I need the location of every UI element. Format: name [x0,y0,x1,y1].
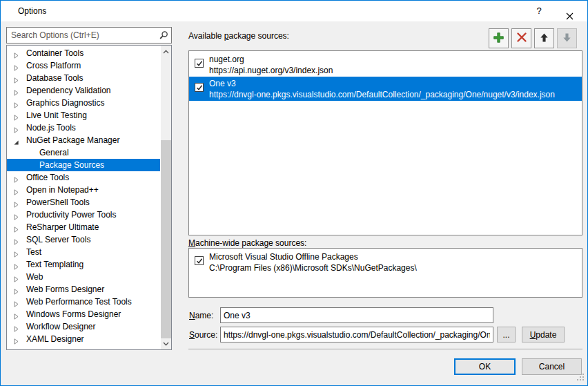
machine-sources-label: Machine-wide package sources: [188,238,306,248]
tree-collapsed-icon[interactable] [13,211,20,218]
tree-item-powershell-tools[interactable]: PowerShell Tools [7,196,160,209]
tree-item-label: NuGet Package Manager [26,135,119,145]
tree-item-label: Container Tools [26,48,84,58]
tree-item-general[interactable]: General [7,146,160,159]
tree-item-label: Node.js Tools [26,123,76,133]
checkbox-checked-icon[interactable] [195,256,204,265]
tree-collapsed-icon[interactable] [13,199,20,206]
cancel-button[interactable]: Cancel [522,358,582,375]
machine-sources-list: Microsoft Visual Studio Offline Packages… [188,248,582,298]
available-sources-list: nuget.orghttps://api.nuget.org/v3/index.… [188,50,582,235]
tree-collapsed-icon[interactable] [13,62,20,69]
name-input[interactable] [220,307,493,323]
tree-item-label: Package Sources [39,160,104,170]
tree-item-database-tools[interactable]: Database Tools [7,72,160,84]
ok-button[interactable]: OK [454,358,516,375]
source-input[interactable] [220,327,493,342]
tree-item-resharper-ultimate[interactable]: ReSharper Ultimate [7,221,160,233]
package-source-row-microsoft-visual-studio-offline-packages[interactable]: Microsoft Visual Studio Offline Packages… [189,250,582,274]
tree-collapsed-icon[interactable] [13,224,20,231]
tree-item-web[interactable]: Web [7,271,160,283]
tree-item-nuget-package-manager[interactable]: NuGet Package Manager [7,134,160,146]
tree-item-text-templating[interactable]: Text Templating [7,258,160,271]
tree-item-label: Database Tools [26,73,84,83]
resize-grip-icon[interactable] [576,373,585,383]
tree-scrollbar[interactable] [161,46,171,349]
tree-item-web-forms-designer[interactable]: Web Forms Designer [7,283,160,296]
tree-item-cross-platform[interactable]: Cross Platform [7,59,160,72]
tree-item-open-in-notepad[interactable]: Open in Notepad++ [7,184,160,196]
tree-collapsed-icon[interactable] [13,50,20,57]
tree-item-dependency-validation[interactable]: Dependency Validation [7,84,160,97]
checkbox-checked-icon[interactable] [195,59,204,68]
tree-collapsed-icon[interactable] [13,112,20,119]
tree-collapsed-icon[interactable] [13,336,20,342]
tree-item-label: Windows Forms Designer [26,309,121,319]
tree-collapsed-icon[interactable] [13,249,20,255]
move-down-button[interactable] [557,28,577,48]
package-source-text: nuget.orghttps://api.nuget.org/v3/index.… [209,54,579,76]
tree-collapsed-icon[interactable] [13,273,20,280]
add-plus-icon [493,32,504,46]
tree-item-label: Office Tools [26,173,69,182]
tree-item-workflow-designer[interactable]: Workflow Designer [7,320,160,333]
search-input[interactable] [6,27,172,44]
add-source-button[interactable] [489,28,509,48]
titlebar: Options ? [1,1,587,21]
package-source-row-one-v3[interactable]: One v3https://dnvgl-one.pkgs.visualstudi… [189,77,582,101]
tree-item-web-performance-test-tools[interactable]: Web Performance Test Tools [7,296,160,308]
tree-collapsed-icon[interactable] [13,236,20,243]
tree-item-label: Text Templating [26,260,84,269]
tree-item-productivity-power-tools[interactable]: Productivity Power Tools [7,209,160,221]
tree-expanded-icon[interactable] [13,137,20,144]
available-sources-label: Available package sources: [188,31,289,41]
tree-item-label: Dependency Validation [26,86,111,95]
tree-item-label: SQL Server Tools [26,235,90,244]
tree-item-office-tools[interactable]: Office Tools [7,171,160,184]
remove-source-button[interactable] [511,28,531,48]
tree-item-windows-forms-designer[interactable]: Windows Forms Designer [7,308,160,320]
tree-collapsed-icon[interactable] [13,186,20,193]
tree-item-label: Productivity Power Tools [26,210,117,220]
package-source-url: https://dnvgl-one.pkgs.visualstudio.com/… [209,89,579,100]
tree-item-label: XAML Designer [26,334,84,344]
tree-item-test[interactable]: Test [7,246,160,258]
tree-item-label: Graphics Diagnostics [26,98,104,108]
help-button[interactable]: ? [527,1,551,21]
tree-item-label: PowerShell Tools [26,197,90,207]
close-button[interactable] [557,1,582,21]
tree-item-package-sources[interactable]: Package Sources [7,159,160,171]
tree-item-xaml-designer[interactable]: XAML Designer [7,333,160,345]
move-down-icon [562,32,572,45]
tree-collapsed-icon[interactable] [13,124,20,131]
browse-button[interactable]: ... [497,327,516,342]
package-source-text: One v3https://dnvgl-one.pkgs.visualstudi… [209,78,579,100]
tree-item-live-unit-testing[interactable]: Live Unit Testing [7,109,160,122]
scrollbar-thumb[interactable] [161,140,171,338]
tree-collapsed-icon[interactable] [13,311,20,318]
move-up-button[interactable] [534,28,554,48]
search-icon[interactable] [159,30,168,42]
scroll-up-icon[interactable] [161,46,171,57]
tree-collapsed-icon[interactable] [13,99,20,106]
tree-collapsed-icon[interactable] [13,286,20,293]
tree-item-label: Workflow Designer [26,322,95,331]
tree-collapsed-icon[interactable] [13,87,20,94]
tree-item-label: Web [26,272,43,282]
tree-item-graphics-diagnostics[interactable]: Graphics Diagnostics [7,97,160,109]
separator [188,349,582,349]
tree-collapsed-icon[interactable] [13,323,20,330]
tree-collapsed-icon[interactable] [13,261,20,268]
tree-collapsed-icon[interactable] [13,174,20,181]
tree-item-sql-server-tools[interactable]: SQL Server Tools [7,233,160,246]
tree-collapsed-icon[interactable] [13,298,20,305]
tree-collapsed-icon[interactable] [13,75,20,81]
tree-item-label: Live Unit Testing [26,110,87,120]
scroll-down-icon[interactable] [161,338,171,349]
tree-item-label: ReSharper Ultimate [26,222,99,232]
update-button[interactable]: Update [522,327,565,342]
checkbox-checked-icon[interactable] [195,83,204,92]
tree-item-container-tools[interactable]: Container Tools [7,47,160,59]
tree-item-node-js-tools[interactable]: Node.js Tools [7,122,160,134]
package-source-row-nuget-org[interactable]: nuget.orghttps://api.nuget.org/v3/index.… [189,52,582,77]
